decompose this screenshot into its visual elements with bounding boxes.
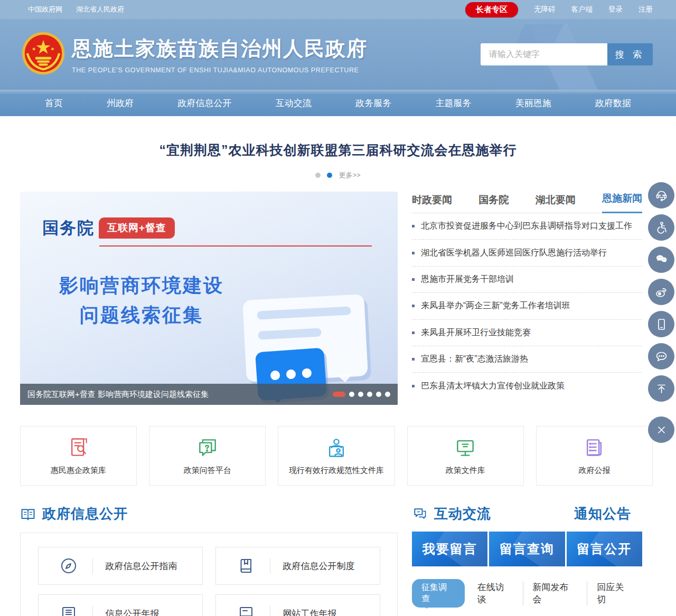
book-icon [237,557,255,575]
doc-search-icon [67,436,90,459]
more-link[interactable]: 更多>> [339,170,360,180]
news-tab[interactable]: 国务院 [478,193,509,213]
utility-link[interactable]: 无障碍 [534,5,556,14]
section-title[interactable]: 政府信息公开 [42,505,128,523]
utility-link[interactable]: 注册 [639,5,653,14]
banner-dot[interactable] [349,392,354,397]
nav-item[interactable]: 首页 [40,95,68,111]
card-policy-files[interactable]: 政策文件库 [407,426,524,486]
info-section-head: 政府信息公开 [20,505,398,523]
page: 中国政府网湖北省人民政府 长者专区 无障碍客户端登录注册 恩施土家族苗族自治州人… [0,0,676,616]
info-item-annual-report[interactable]: 信息公开年报 [38,594,203,616]
headline-section: “宜荆荆恩”农业科技创新联盟第三届科研交流会在恩施举行 更多>> [0,116,676,180]
info-item-system[interactable]: 政府信息公开制度 [215,547,380,585]
title-block: 恩施土家族苗族自治州人民政府 THE PEOPLE'S GOVERNMENT O… [72,35,368,74]
info-disclosure-section: 政府信息公开 政府信息公开指南 政府信息公开制度 [20,505,398,616]
comment-icon [654,349,669,364]
top-utility-bar: 中国政府网湖北省人民政府 长者专区 无障碍客户端登录注册 [0,0,676,19]
banner-caption-bar: 国务院互联网+督查 影响营商环境建设问题线索征集 [20,384,398,405]
weibo-icon [654,285,669,299]
card-policy-library[interactable]: 惠民惠企政策库 [20,426,137,486]
news-item[interactable]: 巴东县清太坪镇大力宣传创业就业政策 [412,373,642,399]
news-panel: 时政要闻国务院湖北要闻恩施新闻 北京市投资促进服务中心到巴东县调研指导对口支援工… [412,192,642,405]
nav-item[interactable]: 政务服务 [350,95,397,111]
info-item-guide[interactable]: 政府信息公开指南 [38,547,203,585]
carousel-dot-active[interactable] [327,173,332,178]
interaction-tab[interactable]: 新闻发布会 [523,581,587,605]
gov-link[interactable]: 湖北省人民政府 [76,5,124,14]
elder-zone-badge[interactable]: 长者专区 [465,2,518,17]
customer-service-button[interactable] [648,182,674,209]
notice-heading[interactable]: 通知公告 [563,505,642,523]
info-item-label: 政府信息公开指南 [106,560,177,572]
wechat-button[interactable] [648,247,674,273]
utility-link[interactable]: 登录 [608,5,623,14]
message-board-button[interactable] [648,343,674,369]
close-sidebar-button[interactable] [648,416,674,443]
news-tab[interactable]: 恩施新闻 [602,192,642,213]
news-list: 北京市投资促进服务中心到巴东县调研指导对口支援工作湖北省医学机器人医师巡回医疗队… [412,213,642,400]
main-nav: 首页州政府政府信息公开互动交流政务服务主题服务美丽恩施政府数据 [0,90,676,116]
accessibility-button[interactable] [648,214,674,241]
site-title: 恩施土家族苗族自治州人民政府 [72,35,368,62]
message-button[interactable]: 留言查询 [489,532,565,566]
nav-item[interactable]: 政府数据 [590,95,636,111]
card-policy-qa[interactable]: 政策问答平台 [149,426,266,486]
card-gov-gazette[interactable]: 政府公报 [536,426,653,486]
nav-item[interactable]: 主题服务 [430,95,476,111]
utility-link[interactable]: 客户端 [571,5,593,14]
interaction-tab[interactable]: 征集调查 [412,579,465,608]
quick-cards-row: 惠民惠企政策库 政策问答平台 现行有效行政规范性文件库 政策文件库 [20,426,653,486]
report-screen-icon [60,604,78,616]
news-item[interactable]: 宣恩县：新“夜”态激活旅游热 [412,346,642,373]
desktop-icon [237,604,255,616]
news-item[interactable]: 北京市投资促进服务中心到巴东县调研指导对口支援工作 [412,213,642,240]
banner-title-line1: 影响营商环境建设 [20,271,263,300]
interaction-head: 互动交流 通知公告 [412,505,642,523]
bulletin-icon [583,436,606,459]
mobile-icon [654,317,669,331]
accessibility-icon [654,221,669,235]
news-tab[interactable]: 湖北要闻 [536,193,576,213]
banner-dot-active[interactable] [333,392,345,397]
nav-item[interactable]: 美丽恩施 [510,95,557,111]
nav-item[interactable]: 互动交流 [270,95,317,111]
news-item[interactable]: 来凤县开展环卫行业技能竞赛 [412,320,642,346]
compass-icon [60,557,78,575]
nav-item[interactable]: 政府信息公开 [173,95,237,111]
banner-dot[interactable] [385,392,390,397]
news-tabs: 时政要闻国务院湖北要闻恩施新闻 [412,192,642,213]
section-title[interactable]: 互动交流 [434,505,491,523]
banner-title-line2: 问题线索征集 [20,300,263,330]
banner-dot[interactable] [358,392,363,397]
gov-links: 中国政府网湖北省人民政府 [28,5,124,14]
news-tab[interactable]: 时政要闻 [412,193,452,213]
back-to-top-button[interactable] [648,375,674,402]
news-item[interactable]: 恩施市开展党务干部培训 [412,267,642,293]
news-item[interactable]: 来凤县举办“两企三新”党务工作者培训班 [412,293,642,319]
banner-underline [99,245,372,247]
weibo-button[interactable] [648,279,674,305]
banner-dot[interactable] [376,392,381,397]
banner-dots [333,392,390,397]
nav-item[interactable]: 州政府 [101,95,139,111]
info-item-website-report[interactable]: 网站工作年报 [215,594,380,616]
search-button[interactable]: 搜 索 [607,43,653,65]
mobile-app-button[interactable] [648,311,674,337]
news-item[interactable]: 湖北省医学机器人医师巡回医疗队恩施行活动举行 [412,240,642,266]
banner-caption-text[interactable]: 国务院互联网+督查 影响营商环境建设问题线索征集 [27,390,209,400]
search-input[interactable] [481,43,607,65]
message-button[interactable]: 我要留言 [412,532,487,566]
gov-link[interactable]: 中国政府网 [28,5,62,14]
top-headline[interactable]: “宜荆荆恩”农业科技创新联盟第三届科研交流会在恩施举行 [0,141,676,159]
open-book-icon [20,506,36,522]
carousel-dot[interactable] [315,173,321,178]
banner-dot[interactable] [367,392,372,397]
interaction-tab[interactable]: 在线访谈 [468,581,523,605]
card-normative-docs[interactable]: 现行有效行政规范性文件库 [278,426,395,486]
banner-badge: 互联网+督查 [99,217,175,239]
search-box: 搜 索 [481,43,653,65]
interaction-tab[interactable]: 回应关切 [587,581,642,605]
message-button[interactable]: 留言公开 [567,532,642,566]
carousel-banner[interactable]: 国务院 互联网+督查 影响营商环境建设 问题线索征集 国务院互联网+督查 影响营… [20,192,398,405]
